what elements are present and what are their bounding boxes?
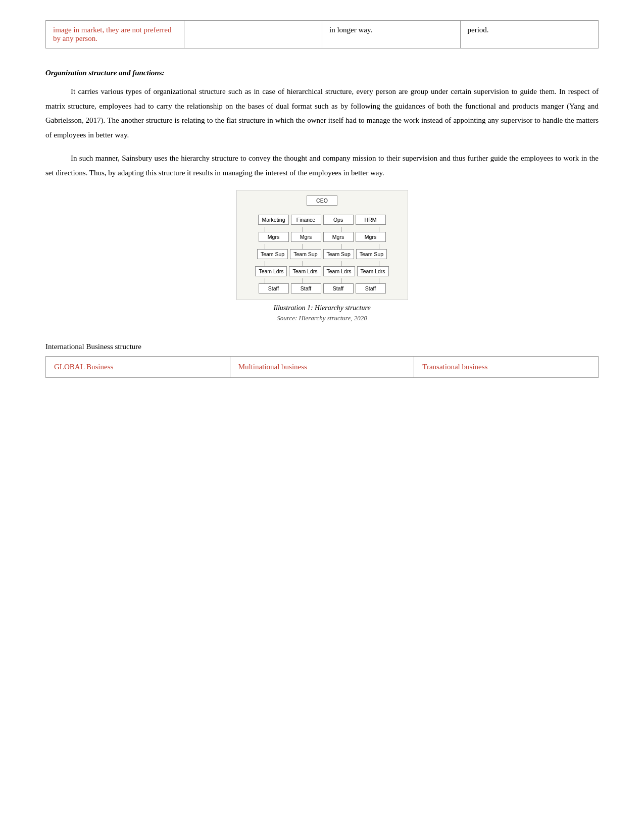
intl-section-heading: International Business structure xyxy=(45,342,599,351)
table-cell-2 xyxy=(184,21,322,48)
illustration-caption: Illustration 1: Hierarchy structure xyxy=(273,304,370,312)
ceo-box: CEO xyxy=(307,195,337,206)
level1-marketing: Marketing xyxy=(258,215,288,225)
cell-period: period. xyxy=(468,26,489,34)
level2-mgrs-3: Mgrs xyxy=(323,232,354,242)
table-cell-3: in longer way. xyxy=(322,21,461,48)
level3-teamsup-3: Team Sup xyxy=(323,249,354,259)
intl-col-transational: Transational business xyxy=(414,357,599,378)
level2-mgrs-2: Mgrs xyxy=(291,232,321,242)
table-cell-1: image in market, they are not preferred … xyxy=(46,21,184,48)
table-cell-4: period. xyxy=(460,21,599,48)
level5-staff-1: Staff xyxy=(259,283,289,293)
paragraph-1: It carries various types of organization… xyxy=(45,84,599,142)
intl-table: GLOBAL Business Multinational business T… xyxy=(45,356,599,378)
level4-teamldrs-2: Team Ldrs xyxy=(289,266,321,276)
level1-ops: Ops xyxy=(323,215,354,225)
intl-col-global: GLOBAL Business xyxy=(46,357,230,378)
connector-row-5 xyxy=(241,278,404,283)
level1-hrm: HRM xyxy=(356,215,386,225)
cell-red-text: image in market, they are not preferred … xyxy=(53,26,171,42)
level3-teamsup-4: Team Sup xyxy=(356,249,387,259)
source-caption: Source: Hierarchy structure, 2020 xyxy=(277,314,367,322)
level1-row: Marketing Finance Ops HRM xyxy=(241,215,404,225)
intl-col-multinational: Multinational business xyxy=(230,357,414,378)
cell-longer-way: in longer way. xyxy=(329,26,372,34)
level4-teamldrs-3: Team Ldrs xyxy=(323,266,355,276)
level5-staff-3: Staff xyxy=(323,283,354,293)
level4-teamldrs-1: Team Ldrs xyxy=(255,266,287,276)
connector-row-3 xyxy=(241,244,404,249)
level4-row: Team Ldrs Team Ldrs Team Ldrs Team Ldrs xyxy=(241,266,404,276)
level1-finance: Finance xyxy=(291,215,321,225)
section-heading: Organization structure and functions: xyxy=(45,69,599,77)
level2-row: Mgrs Mgrs Mgrs Mgrs xyxy=(241,232,404,242)
top-table: image in market, they are not preferred … xyxy=(45,20,599,48)
level5-row: Staff Staff Staff Staff xyxy=(241,283,404,293)
connector-line-1 xyxy=(241,210,404,214)
level4-teamldrs-4: Team Ldrs xyxy=(357,266,389,276)
level5-staff-2: Staff xyxy=(291,283,321,293)
level2-mgrs-1: Mgrs xyxy=(259,232,289,242)
level3-teamsup-2: Team Sup xyxy=(290,249,321,259)
level3-teamsup-1: Team Sup xyxy=(257,249,288,259)
level5-staff-4: Staff xyxy=(356,283,386,293)
level2-mgrs-4: Mgrs xyxy=(356,232,386,242)
connector-row-2 xyxy=(241,227,404,232)
hierarchy-diagram: CEO Marketing Finance Ops HRM Mgrs Mgrs … xyxy=(236,190,408,300)
hierarchy-container: CEO Marketing Finance Ops HRM Mgrs Mgrs … xyxy=(45,190,599,337)
level3-row: Team Sup Team Sup Team Sup Team Sup xyxy=(241,249,404,259)
connector-row-4 xyxy=(241,261,404,266)
paragraph-2: In such manner, Sainsbury uses the hiera… xyxy=(45,151,599,180)
